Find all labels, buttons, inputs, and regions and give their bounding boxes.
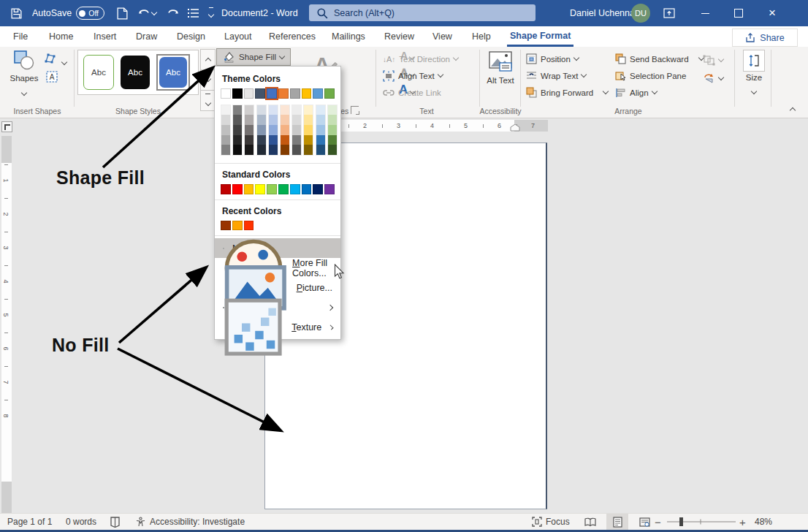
avatar[interactable]: DU xyxy=(631,4,650,23)
standard-color-swatch[interactable] xyxy=(221,184,231,194)
standard-color-swatch[interactable] xyxy=(267,184,277,194)
theme-shade-swatch[interactable] xyxy=(233,105,242,115)
shape-style-3-selected[interactable]: Abc xyxy=(156,54,190,91)
zoom-in-button[interactable]: + xyxy=(739,514,746,530)
bring-forward-button[interactable]: Bring Forward xyxy=(526,85,608,100)
tab-file[interactable]: File xyxy=(10,26,31,47)
zoom-level[interactable]: 48% xyxy=(755,514,772,530)
theme-shade-swatch[interactable] xyxy=(257,135,266,145)
print-layout-button[interactable] xyxy=(606,514,628,530)
new-document-icon[interactable] xyxy=(117,0,128,26)
theme-shade-swatch[interactable] xyxy=(292,115,301,125)
undo-button[interactable] xyxy=(137,0,156,26)
theme-shade-swatch[interactable] xyxy=(304,125,313,135)
theme-shade-swatch[interactable] xyxy=(316,115,325,125)
theme-shade-swatch[interactable] xyxy=(281,105,289,115)
theme-shade-swatch[interactable] xyxy=(281,115,289,125)
close-button[interactable]: × xyxy=(760,0,785,26)
recent-color-swatch[interactable] xyxy=(221,221,231,231)
right-indent-marker[interactable] xyxy=(510,124,520,132)
menu-item-texture[interactable]: Texture xyxy=(215,317,340,337)
shape-style-2[interactable]: Abc xyxy=(121,56,150,89)
theme-shade-swatch[interactable] xyxy=(221,115,230,125)
theme-shade-swatch[interactable] xyxy=(316,125,325,135)
shape-style-1[interactable]: Abc xyxy=(83,55,114,90)
theme-shade-swatch[interactable] xyxy=(281,145,289,155)
theme-shade-swatch[interactable] xyxy=(233,125,242,135)
standard-color-swatch[interactable] xyxy=(290,184,300,194)
theme-shade-swatch[interactable] xyxy=(221,125,230,135)
theme-shade-swatch[interactable] xyxy=(245,145,254,155)
tab-draw[interactable]: Draw xyxy=(133,26,160,47)
edit-shape-button[interactable] xyxy=(44,53,66,67)
share-button[interactable]: Share xyxy=(732,28,798,47)
standard-color-swatch[interactable] xyxy=(302,184,312,194)
theme-shade-swatch[interactable] xyxy=(257,115,266,125)
theme-shade-swatch[interactable] xyxy=(304,145,313,155)
wrap-text-button[interactable]: Wrap Text xyxy=(526,68,586,83)
recent-color-swatch[interactable] xyxy=(244,221,254,231)
theme-shade-swatch[interactable] xyxy=(304,135,313,145)
theme-shade-swatch[interactable] xyxy=(221,105,230,115)
bullet-list-icon[interactable] xyxy=(187,0,200,26)
tab-mailings[interactable]: Mailings xyxy=(329,26,368,47)
shape-fill-button[interactable]: Shape Fill xyxy=(216,48,291,66)
standard-color-swatch[interactable] xyxy=(313,184,323,194)
theme-shade-swatch[interactable] xyxy=(257,105,266,115)
selection-pane-button[interactable]: Selection Pane xyxy=(615,68,686,83)
theme-shade-swatch[interactable] xyxy=(269,125,278,135)
standard-color-swatch[interactable] xyxy=(255,184,265,194)
ribbon-display-options-button[interactable] xyxy=(663,0,675,26)
theme-shade-swatch[interactable] xyxy=(233,135,242,145)
focus-button[interactable]: Focus xyxy=(532,514,570,530)
standard-color-swatch[interactable] xyxy=(244,184,254,194)
theme-color-swatch[interactable] xyxy=(244,88,254,99)
word-count[interactable]: 0 words xyxy=(66,514,96,530)
standard-color-swatch[interactable] xyxy=(324,184,335,194)
proofing-icon[interactable] xyxy=(110,514,121,530)
theme-color-swatch[interactable] xyxy=(278,88,289,99)
rotate-button[interactable] xyxy=(703,71,723,86)
theme-shade-swatch[interactable] xyxy=(292,125,301,135)
save-icon[interactable] xyxy=(10,0,23,26)
theme-color-swatch[interactable] xyxy=(290,88,300,99)
theme-shade-swatch[interactable] xyxy=(328,135,337,145)
theme-shade-swatch[interactable] xyxy=(269,115,278,125)
minimize-button[interactable] xyxy=(693,0,717,26)
tab-review[interactable]: Review xyxy=(381,26,417,47)
tab-selector[interactable] xyxy=(1,121,12,132)
theme-color-swatch[interactable] xyxy=(255,88,265,99)
user-name[interactable]: Daniel Uchenna xyxy=(570,0,635,26)
standard-color-swatch[interactable] xyxy=(278,184,289,194)
wordart-dialog-launcher-icon[interactable] xyxy=(351,106,359,114)
theme-shade-swatch[interactable] xyxy=(233,115,242,125)
theme-shade-swatch[interactable] xyxy=(281,135,289,145)
theme-shade-swatch[interactable] xyxy=(245,115,254,125)
theme-shade-swatch[interactable] xyxy=(292,145,301,155)
theme-shade-swatch[interactable] xyxy=(269,135,278,145)
theme-shade-swatch[interactable] xyxy=(304,105,313,115)
maximize-button[interactable] xyxy=(726,0,751,26)
create-link-button[interactable]: Create Link xyxy=(383,85,441,100)
zoom-slider[interactable] xyxy=(666,514,736,530)
theme-color-swatch[interactable] xyxy=(221,88,231,99)
collapse-ribbon-button[interactable] xyxy=(790,102,795,115)
theme-shade-swatch[interactable] xyxy=(281,125,289,135)
theme-shade-swatch[interactable] xyxy=(304,115,313,125)
standard-color-swatch[interactable] xyxy=(232,184,243,194)
theme-shade-swatch[interactable] xyxy=(316,105,325,115)
theme-color-swatch[interactable] xyxy=(324,88,335,99)
theme-shade-swatch[interactable] xyxy=(328,115,337,125)
recent-color-swatch[interactable] xyxy=(232,221,243,231)
theme-shade-swatch[interactable] xyxy=(245,105,254,115)
tab-layout[interactable]: Layout xyxy=(221,26,255,47)
theme-shade-swatch[interactable] xyxy=(257,125,266,135)
theme-color-swatch[interactable] xyxy=(313,88,323,99)
theme-shade-swatch[interactable] xyxy=(269,145,278,155)
theme-shade-swatch[interactable] xyxy=(245,135,254,145)
theme-shade-swatch[interactable] xyxy=(316,145,325,155)
web-layout-button[interactable] xyxy=(633,514,655,530)
tab-design[interactable]: Design xyxy=(174,26,208,47)
page-indicator[interactable]: Page 1 of 1 xyxy=(7,514,52,530)
menu-item-picture[interactable]: Picture... xyxy=(215,278,340,297)
